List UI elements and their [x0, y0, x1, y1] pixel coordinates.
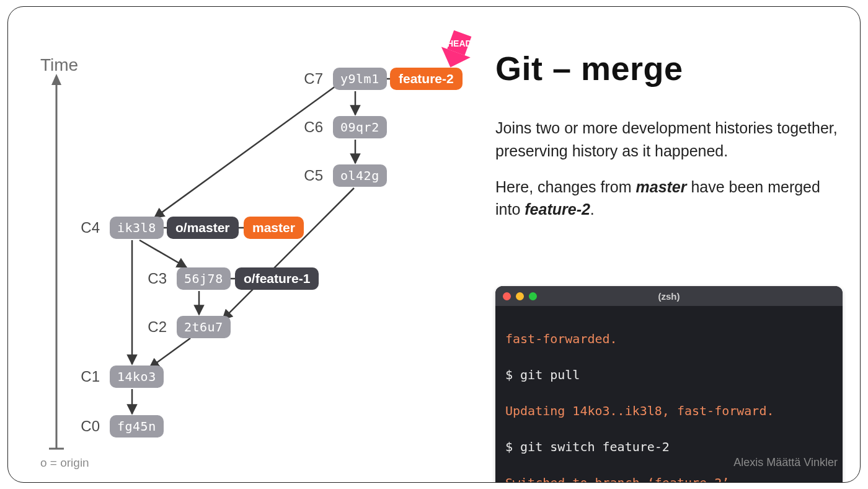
- terminal-title: (zsh): [495, 291, 843, 302]
- text-column: Git – merge Joins two or more developmen…: [495, 50, 843, 234]
- terminal-line: Switched to branch ‘feature-2’: [505, 474, 833, 483]
- commit-box-c3: 56j78: [177, 267, 231, 290]
- svg-line-10: [149, 338, 190, 368]
- commit-box-c0: fg45n: [110, 415, 164, 437]
- terminal-line: fast-forwarded.: [505, 330, 833, 348]
- commit-box-c1: 14ko3: [110, 366, 164, 388]
- commit-box-c6: 09qr2: [333, 116, 387, 138]
- commit-label-c5: C5: [304, 167, 328, 184]
- time-axis-label: Time: [40, 55, 78, 75]
- commit-box-c4: ik3l8: [110, 217, 164, 239]
- origin-footnote: o = origin: [40, 456, 89, 470]
- svg-marker-1: [51, 74, 61, 85]
- commit-label-c1: C1: [81, 368, 105, 385]
- page-title: Git – merge: [495, 50, 843, 87]
- svg-line-6: [223, 188, 354, 320]
- description-p1: Joins two or more development histories …: [495, 117, 843, 162]
- branch-tag-o-feature-1: o/feature-1: [235, 267, 319, 290]
- branch-tag-master: master: [244, 217, 304, 239]
- terminal-line: Updating 14ko3..ik3l8, fast-forward.: [505, 402, 833, 420]
- commit-label-c6: C6: [304, 119, 328, 136]
- slide-card: Time o = origin: [7, 6, 861, 483]
- commit-label-c2: C2: [148, 318, 172, 336]
- terminal-titlebar: (zsh): [495, 286, 843, 306]
- commit-label-c3: C3: [148, 270, 172, 287]
- diagram-area: Time o = origin: [8, 7, 485, 483]
- commit-label-c0: C0: [81, 418, 105, 435]
- description-p2: Here, changes from master have been merg…: [495, 176, 843, 221]
- author-credit: Alexis Määttä Vinkler: [733, 456, 838, 469]
- commit-label-c4: C4: [81, 219, 105, 236]
- commit-box-c7: y9lm1: [333, 68, 387, 90]
- svg-line-7: [140, 240, 187, 267]
- terminal-window: (zsh) fast-forwarded. $ git pull Updatin…: [495, 286, 843, 483]
- terminal-line: $ git pull: [505, 366, 833, 384]
- commit-label-c7: C7: [304, 70, 328, 87]
- description: Joins two or more development histories …: [495, 117, 843, 220]
- branch-tag-o-master: o/master: [167, 217, 239, 239]
- terminal-line: $ git switch feature-2: [505, 438, 833, 456]
- commit-box-c2: 2t6u7: [177, 316, 231, 338]
- commit-box-c5: ol42g: [333, 164, 387, 187]
- head-label: HEAD: [447, 38, 472, 48]
- svg-line-5: [154, 86, 335, 218]
